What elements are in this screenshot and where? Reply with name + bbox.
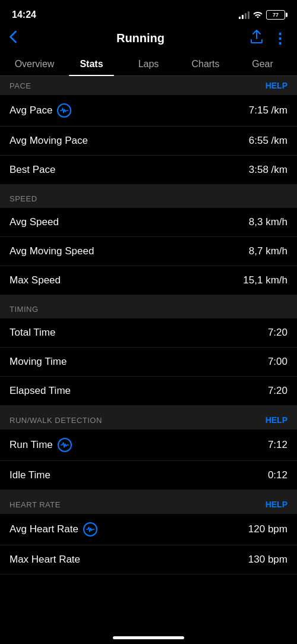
- max-speed-value: 15,1 km/h: [243, 274, 287, 286]
- total-time-label: Total Time: [10, 327, 55, 339]
- total-time-value: 7:20: [268, 327, 287, 339]
- header-actions: ⋮: [250, 30, 287, 47]
- best-pace-row: Best Pace 3:58 /km: [0, 156, 297, 185]
- avg-heart-rate-label: Avg Heart Rate: [10, 522, 97, 536]
- avg-speed-label: Avg Speed: [10, 216, 59, 228]
- home-indicator: [113, 636, 184, 639]
- idle-time-value: 0:12: [268, 469, 287, 481]
- pace-section-header: PACE HELP: [0, 76, 297, 95]
- more-icon[interactable]: ⋮: [273, 30, 287, 47]
- elapsed-time-row: Elapsed Time 7:20: [0, 377, 297, 406]
- run-walk-label: RUN/WALK DETECTION: [10, 416, 102, 425]
- max-speed-label: Max Speed: [10, 274, 61, 286]
- heart-rate-label: HEART RATE: [10, 500, 61, 509]
- avg-moving-speed-row: Avg Moving Speed 8,7 km/h: [0, 237, 297, 266]
- divider-4: [0, 490, 297, 495]
- status-time: 14:24: [12, 10, 36, 20]
- avg-heart-rate-value: 120 bpm: [248, 523, 287, 535]
- pace-help-button[interactable]: HELP: [266, 81, 287, 90]
- best-pace-value: 3:58 /km: [249, 164, 287, 176]
- timing-label: TIMING: [10, 305, 39, 314]
- tab-stats[interactable]: Stats: [63, 53, 120, 75]
- run-time-value: 7:12: [268, 439, 287, 451]
- avg-moving-pace-row: Avg Moving Pace 6:55 /km: [0, 127, 297, 156]
- tab-gear[interactable]: Gear: [234, 53, 291, 75]
- moving-time-row: Moving Time 7:00: [0, 348, 297, 377]
- tab-laps[interactable]: Laps: [120, 53, 177, 75]
- run-time-row: Run Time 7:12: [0, 430, 297, 461]
- avg-moving-pace-value: 6:55 /km: [249, 135, 287, 147]
- battery-icon: 77: [266, 10, 285, 20]
- tab-bar: Overview Stats Laps Charts Gear: [0, 53, 297, 76]
- run-pulse-icon: [58, 438, 72, 452]
- avg-moving-speed-label: Avg Moving Speed: [10, 245, 94, 257]
- run-walk-section-header: RUN/WALK DETECTION HELP: [0, 411, 297, 430]
- share-icon[interactable]: [250, 30, 263, 47]
- best-pace-label: Best Pace: [10, 164, 56, 176]
- heart-pulse-icon: [83, 522, 97, 536]
- idle-time-row: Idle Time 0:12: [0, 461, 297, 490]
- header: Running ⋮: [0, 26, 297, 53]
- divider-2: [0, 295, 297, 300]
- avg-moving-pace-label: Avg Moving Pace: [10, 135, 88, 147]
- moving-time-value: 7:00: [268, 356, 287, 368]
- pulse-icon: [57, 103, 71, 118]
- back-button[interactable]: [10, 31, 31, 46]
- moving-time-label: Moving Time: [10, 356, 67, 368]
- wifi-icon: [253, 10, 263, 20]
- timing-section-header: TIMING: [0, 300, 297, 318]
- max-heart-rate-value: 130 bpm: [248, 554, 287, 566]
- pace-label: PACE: [10, 81, 31, 90]
- avg-speed-row: Avg Speed 8,3 km/h: [0, 208, 297, 237]
- avg-speed-value: 8,3 km/h: [249, 216, 287, 228]
- page-title: Running: [116, 31, 165, 45]
- tab-overview[interactable]: Overview: [6, 53, 63, 75]
- avg-pace-row: Avg Pace 7:15 /km: [0, 95, 297, 127]
- avg-heart-rate-row: Avg Heart Rate 120 bpm: [0, 514, 297, 545]
- avg-pace-label: Avg Pace: [10, 103, 71, 118]
- elapsed-time-value: 7:20: [268, 385, 287, 397]
- elapsed-time-label: Elapsed Time: [10, 385, 71, 397]
- divider-1: [0, 185, 297, 190]
- speed-label: SPEED: [10, 194, 37, 203]
- tab-charts[interactable]: Charts: [177, 53, 234, 75]
- heart-rate-section-header: HEART RATE HELP: [0, 495, 297, 514]
- max-heart-rate-row: Max Heart Rate 130 bpm: [0, 545, 297, 574]
- max-heart-rate-label: Max Heart Rate: [10, 554, 80, 566]
- heart-rate-help-button[interactable]: HELP: [266, 500, 287, 509]
- total-time-row: Total Time 7:20: [0, 318, 297, 348]
- avg-moving-speed-value: 8,7 km/h: [249, 245, 287, 257]
- avg-pace-value: 7:15 /km: [249, 105, 287, 116]
- idle-time-label: Idle Time: [10, 469, 50, 481]
- divider-3: [0, 406, 297, 411]
- run-walk-help-button[interactable]: HELP: [266, 415, 287, 425]
- max-speed-row: Max Speed 15,1 km/h: [0, 266, 297, 295]
- status-bar: 14:24 77: [0, 0, 297, 26]
- run-time-label: Run Time: [10, 438, 72, 452]
- signal-icon: [239, 11, 249, 19]
- status-icons: 77: [239, 10, 285, 20]
- speed-section-header: SPEED: [0, 190, 297, 208]
